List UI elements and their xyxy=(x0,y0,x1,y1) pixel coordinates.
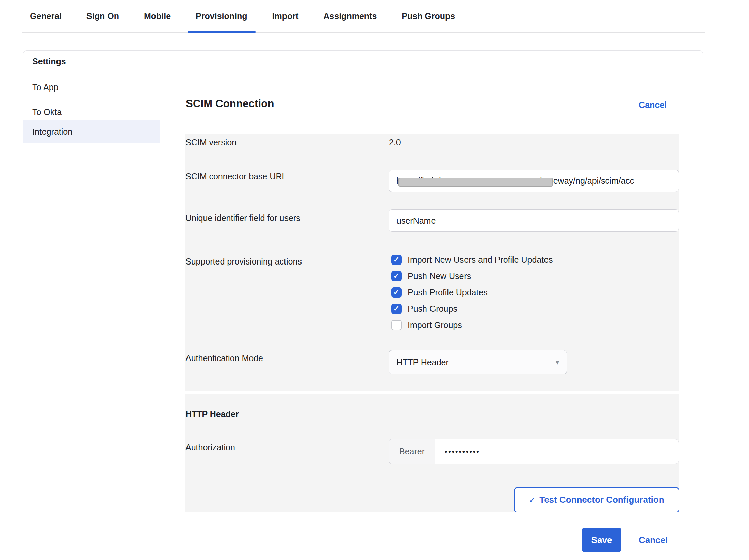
redaction-bar xyxy=(398,178,553,187)
cancel-link-top[interactable]: Cancel xyxy=(639,100,667,110)
save-button[interactable]: Save xyxy=(582,528,621,552)
checkbox-box xyxy=(391,255,402,265)
checkbox-push-profile-updates[interactable]: Push Profile Updates xyxy=(391,287,488,298)
check-icon xyxy=(529,495,535,505)
checkbox-label: Push Profile Updates xyxy=(408,288,488,298)
unique-id-input[interactable]: userName xyxy=(389,209,679,232)
auth-mode-value: HTTP Header xyxy=(396,350,449,374)
authorization-token-input[interactable]: •••••••••• xyxy=(435,439,679,464)
test-connector-configuration-button[interactable]: Test Connector Configuration xyxy=(514,487,679,512)
checkbox-label: Import Groups xyxy=(408,320,462,330)
check-icon xyxy=(393,289,400,296)
scim-version-label: SCIM version xyxy=(185,138,237,147)
test-connector-label: Test Connector Configuration xyxy=(539,495,664,505)
tab-push-groups[interactable]: Push Groups xyxy=(393,0,463,32)
checkbox-box xyxy=(391,287,402,298)
check-icon xyxy=(393,256,400,263)
authorization-input-group: Bearer •••••••••• xyxy=(389,439,679,464)
provisioning-actions-label: Supported provisioning actions xyxy=(185,257,302,267)
checkbox-box xyxy=(391,304,402,314)
checkbox-box xyxy=(391,320,402,330)
scim-version-value: 2.0 xyxy=(389,138,401,147)
checkbox-label: Push Groups xyxy=(408,304,457,314)
tab-general[interactable]: General xyxy=(22,0,70,32)
app-tab-bar: General Sign On Mobile Provisioning Impo… xyxy=(22,0,705,33)
tab-provisioning[interactable]: Provisioning xyxy=(188,0,255,32)
tab-sign-on[interactable]: Sign On xyxy=(78,0,127,32)
tab-mobile[interactable]: Mobile xyxy=(136,0,179,32)
tab-assignments[interactable]: Assignments xyxy=(315,0,385,32)
sidebar-item-to-okta[interactable]: To Okta xyxy=(23,103,160,121)
base-url-label: SCIM connector base URL xyxy=(185,172,287,181)
check-icon xyxy=(393,272,400,280)
checkbox-import-new-users[interactable]: Import New Users and Profile Updates xyxy=(391,255,553,265)
scim-settings-panel: SCIM version 2.0 SCIM connector base URL… xyxy=(185,134,679,391)
checkbox-push-new-users[interactable]: Push New Users xyxy=(391,271,471,281)
http-header-section-title: HTTP Header xyxy=(185,409,239,419)
checkbox-box xyxy=(391,271,402,281)
base-url-input[interactable]: https://b5bd-185-19-67-148 /gateway/ng/a… xyxy=(389,170,679,192)
checkbox-push-groups[interactable]: Push Groups xyxy=(391,304,457,314)
check-icon xyxy=(393,305,400,313)
checkbox-label: Import New Users and Profile Updates xyxy=(408,255,553,265)
sidebar-title: Settings xyxy=(32,57,66,66)
settings-sidebar: Settings To App To Okta Integration xyxy=(23,51,160,560)
chevron-down-icon xyxy=(556,350,559,374)
checkbox-import-groups[interactable]: Import Groups xyxy=(391,320,462,330)
auth-mode-select[interactable]: HTTP Header xyxy=(389,350,567,374)
bearer-prefix: Bearer xyxy=(389,439,435,464)
page-title: SCIM Connection xyxy=(186,98,274,110)
sidebar-item-to-app[interactable]: To App xyxy=(23,79,160,96)
unique-id-value: userName xyxy=(396,210,436,231)
sidebar-item-integration[interactable]: Integration xyxy=(23,120,160,143)
unique-id-label: Unique identifier field for users xyxy=(185,213,300,223)
cancel-link-bottom[interactable]: Cancel xyxy=(639,535,668,545)
authorization-label: Authorization xyxy=(185,443,235,452)
base-url-visible-end: /gateway/ng/api/scim/acc xyxy=(539,176,634,186)
tab-import[interactable]: Import xyxy=(264,0,307,32)
checkbox-label: Push New Users xyxy=(408,271,471,281)
http-header-panel: HTTP Header Authorization Bearer •••••••… xyxy=(185,394,679,512)
auth-mode-label: Authentication Mode xyxy=(185,353,263,363)
